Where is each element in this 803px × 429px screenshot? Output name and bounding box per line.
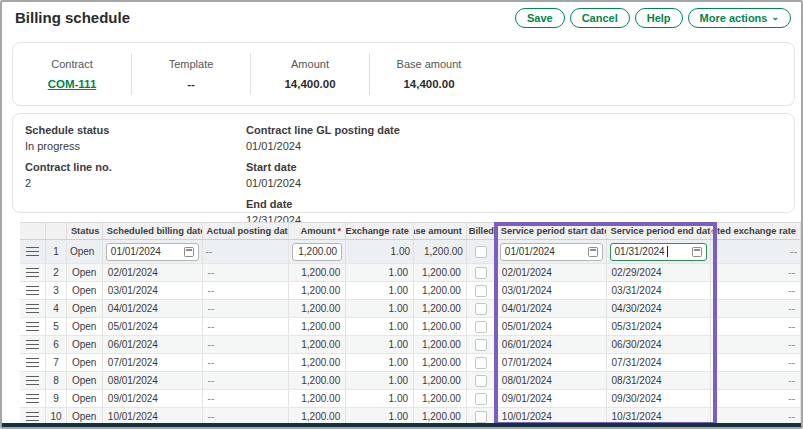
cell-service_end: 02/29/2024	[607, 264, 712, 281]
more-actions-button[interactable]: More actions ⌄	[688, 8, 791, 28]
cell-value: 1.00	[391, 246, 410, 257]
cell-actual: --	[203, 318, 290, 335]
drag-handle-icon[interactable]	[26, 340, 39, 349]
cell-service_start: 02/01/2024	[497, 264, 607, 281]
cell-amount: 1,200.00	[289, 282, 346, 299]
billed-checkbox[interactable]	[475, 321, 487, 333]
contract-link[interactable]: COM-111	[48, 78, 97, 90]
cell-scheduled: 07/01/2024	[103, 354, 203, 371]
service_end-input[interactable]: 01/31/2024	[610, 243, 708, 261]
calendar-icon[interactable]	[588, 247, 598, 257]
cell-value: 1,200.00	[301, 267, 340, 278]
cell-value: --	[206, 246, 213, 257]
drag-handle-icon[interactable]	[26, 304, 39, 313]
cell-posted_rate: --	[711, 264, 801, 281]
drag-handle-icon[interactable]	[26, 322, 39, 331]
cell-base_amount: 1,200.00	[414, 300, 467, 317]
column-header-service_start: Service period start date	[497, 223, 607, 239]
schedule-status-value: In progress	[25, 138, 112, 154]
drag-handle-icon[interactable]	[26, 394, 39, 403]
cell-scheduled: 04/01/2024	[103, 300, 203, 317]
service_start-input[interactable]: 01/01/2024	[500, 243, 603, 261]
billed-checkbox[interactable]	[475, 285, 487, 297]
cell-value: Open	[72, 267, 96, 278]
cell-value: --	[208, 393, 215, 404]
cell-scheduled: 06/01/2024	[103, 336, 203, 353]
column-header-actual: Actual posting date	[203, 223, 290, 239]
drag-handle-icon[interactable]	[26, 247, 39, 256]
cell-value: --	[788, 321, 795, 332]
cell-status: Open	[67, 390, 103, 407]
cell-value: --	[788, 303, 795, 314]
billed-checkbox[interactable]	[475, 267, 487, 279]
column-header-num	[46, 223, 67, 239]
billed-checkbox[interactable]	[475, 303, 487, 315]
cell-value: 06/30/2024	[612, 339, 662, 350]
column-header-billed: Billed	[467, 223, 497, 239]
cancel-button[interactable]: Cancel	[570, 8, 630, 28]
save-button[interactable]: Save	[515, 8, 565, 28]
cell-value: 1,200.00	[301, 357, 340, 368]
summary-label: Contract	[51, 58, 93, 70]
amount-input[interactable]: 1,200.00	[292, 243, 342, 261]
cell-value: 09/30/2024	[612, 393, 662, 404]
cell-value: 1.00	[389, 393, 408, 404]
billed-checkbox[interactable]	[475, 375, 487, 387]
cell-value: --	[208, 267, 215, 278]
cell-exchange_rate: 1.00	[346, 240, 414, 263]
column-header-amount: Amount*	[289, 223, 346, 239]
cell-value: Open	[72, 393, 96, 404]
calendar-icon[interactable]	[184, 247, 194, 257]
cell-billed	[467, 318, 497, 335]
cell-drag	[20, 264, 46, 281]
gl-posting-date-value: 01/01/2024	[246, 138, 400, 154]
help-button[interactable]: Help	[635, 8, 683, 28]
cell-value: --	[788, 357, 795, 368]
column-header-status: Status	[67, 223, 103, 239]
cell-value: Open	[72, 321, 96, 332]
drag-handle-icon[interactable]	[26, 376, 39, 385]
cell-service_start: 09/01/2024	[497, 390, 607, 407]
scheduled-input[interactable]: 01/01/2024	[106, 243, 199, 261]
cell-billed	[467, 240, 497, 263]
billed-checkbox[interactable]	[475, 246, 487, 258]
drag-handle-icon[interactable]	[26, 358, 39, 367]
billed-checkbox[interactable]	[475, 393, 487, 405]
cell-value: 05/31/2024	[612, 321, 662, 332]
drag-handle-icon[interactable]	[26, 412, 39, 421]
cell-value: 3	[53, 285, 59, 296]
cell-value: 04/30/2024	[612, 303, 662, 314]
drag-handle-icon[interactable]	[26, 286, 39, 295]
cell-value: 1.00	[389, 321, 408, 332]
cell-value: 1,200.00	[301, 393, 340, 404]
cell-value: 2	[53, 267, 59, 278]
billed-checkbox[interactable]	[475, 339, 487, 351]
cell-value: 05/01/2024	[108, 321, 158, 332]
billed-checkbox[interactable]	[475, 357, 487, 369]
cell-base_amount: 1,200.00	[414, 264, 467, 281]
cell-drag	[20, 282, 46, 299]
cell-value: 1,200.00	[422, 393, 461, 404]
billing-schedule-window: Billing schedule Save Cancel Help More a…	[0, 0, 803, 429]
details-right-column: Contract line GL posting date 01/01/2024…	[246, 122, 400, 233]
billed-checkbox[interactable]	[475, 411, 487, 423]
cell-value: 07/31/2024	[612, 357, 662, 368]
cell-service_end: 03/31/2024	[607, 282, 712, 299]
cell-value: --	[208, 285, 215, 296]
cell-base_amount: 1,200.00	[414, 372, 467, 389]
cell-exchange_rate: 1.00	[346, 300, 414, 317]
cell-amount: 1,200.00	[289, 300, 346, 317]
cell-value: 1,200.00	[301, 375, 340, 386]
cell-service_end: 08/31/2024	[607, 372, 712, 389]
calendar-icon[interactable]	[692, 247, 702, 257]
drag-handle-icon[interactable]	[26, 268, 39, 277]
cell-scheduled: 02/01/2024	[103, 264, 203, 281]
cell-base_amount: 1,200.00	[414, 282, 467, 299]
table-row: 3Open03/01/2024--1,200.001.001,200.0003/…	[20, 282, 801, 300]
cell-service_end: 06/30/2024	[607, 336, 712, 353]
column-header-scheduled: Scheduled billing date*	[103, 223, 203, 239]
cell-status: Open	[67, 354, 103, 371]
table-header: StatusScheduled billing date*Actual post…	[20, 222, 801, 240]
cell-value: 10/01/2024	[108, 411, 158, 422]
cell-exchange_rate: 1.00	[346, 354, 414, 371]
